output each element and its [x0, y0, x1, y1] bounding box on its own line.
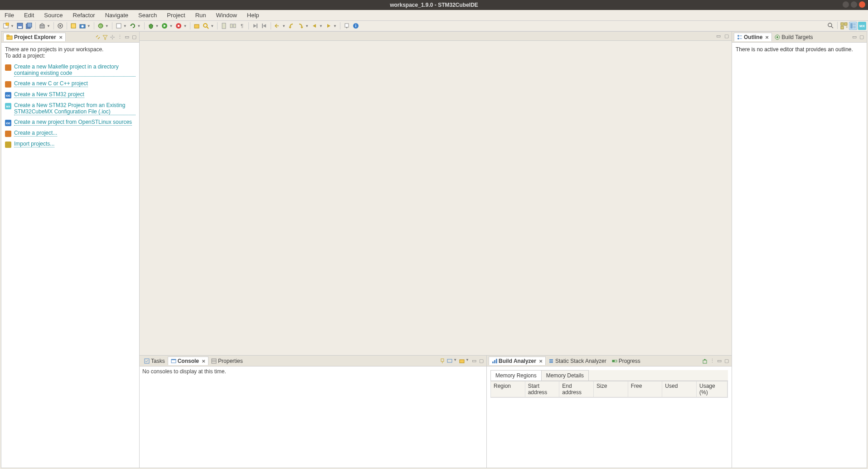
- project-link[interactable]: Create a new C or C++ project: [14, 80, 88, 87]
- toggle-block-button[interactable]: [229, 22, 237, 30]
- menu-source[interactable]: Source: [42, 11, 64, 20]
- build-targets-tab[interactable]: Build Targets: [772, 33, 815, 41]
- maximize-icon[interactable]: ▢: [478, 358, 485, 364]
- menu-edit[interactable]: Edit: [22, 11, 36, 20]
- menu-file[interactable]: File: [3, 11, 16, 20]
- open-type-button[interactable]: C: [97, 22, 105, 30]
- dropdown-icon[interactable]: ▼: [183, 24, 187, 28]
- dropdown-icon[interactable]: ▼: [87, 24, 91, 28]
- focus-icon[interactable]: [109, 34, 116, 40]
- minimize-icon[interactable]: ▭: [715, 33, 722, 39]
- build-subtab-memory-regions[interactable]: Memory Regions: [490, 370, 542, 381]
- project-link[interactable]: Create a project...: [14, 130, 57, 137]
- progress-tab[interactable]: Progress: [609, 357, 643, 365]
- menu-window[interactable]: Window: [214, 11, 239, 20]
- new-launch-button[interactable]: [115, 22, 123, 30]
- display-console-icon[interactable]: [446, 358, 453, 364]
- debug-button[interactable]: [147, 22, 155, 30]
- menu-refactor[interactable]: Refactor: [71, 11, 97, 20]
- dropdown-icon[interactable]: ▼: [282, 24, 286, 28]
- close-icon[interactable]: ✕: [765, 35, 769, 40]
- dropdown-icon[interactable]: ▼: [123, 24, 127, 28]
- toggle-whitespace-button[interactable]: ¶: [238, 22, 246, 30]
- run-button[interactable]: [160, 22, 169, 30]
- dropdown-icon[interactable]: ▼: [466, 358, 469, 364]
- menu-navigate[interactable]: Navigate: [103, 11, 130, 20]
- dropdown-icon[interactable]: ▼: [155, 24, 159, 28]
- view-menu-icon[interactable]: ⋮: [709, 358, 715, 364]
- close-icon[interactable]: ✕: [539, 359, 543, 364]
- build-column-header[interactable]: End address: [559, 381, 594, 397]
- save-all-button[interactable]: [25, 22, 33, 30]
- tasks-tab[interactable]: Tasks: [141, 357, 168, 365]
- dropdown-icon[interactable]: ▼: [105, 24, 109, 28]
- maximize-icon[interactable]: ▢: [723, 33, 730, 39]
- dropdown-icon[interactable]: ▼: [319, 24, 323, 28]
- menu-project[interactable]: Project: [165, 11, 187, 20]
- build-button[interactable]: [38, 22, 46, 30]
- external-tools-button[interactable]: [175, 22, 183, 30]
- save-button[interactable]: [16, 22, 24, 30]
- link-editor-icon[interactable]: [95, 34, 101, 40]
- c-perspective-button[interactable]: [849, 22, 857, 30]
- pin-console-icon[interactable]: [439, 358, 446, 364]
- dropdown-icon[interactable]: ▼: [305, 24, 309, 28]
- back-button[interactable]: [287, 22, 296, 30]
- minimize-icon[interactable]: ▭: [124, 34, 130, 40]
- maximize-icon[interactable]: ▢: [723, 358, 730, 364]
- dropdown-icon[interactable]: ▼: [210, 24, 214, 28]
- menu-search[interactable]: Search: [136, 11, 159, 20]
- new-class-button[interactable]: [69, 22, 78, 30]
- project-link[interactable]: Create a new Makefile project in a direc…: [14, 64, 136, 77]
- menu-run[interactable]: Run: [194, 11, 208, 20]
- nav-forward-button[interactable]: [325, 22, 333, 30]
- properties-tab[interactable]: Properties: [209, 357, 246, 365]
- search-button[interactable]: [202, 22, 210, 30]
- project-explorer-tab[interactable]: Project Explorer ✕: [3, 33, 66, 41]
- minimize-icon[interactable]: ▭: [851, 34, 858, 40]
- refresh-button[interactable]: [129, 22, 137, 30]
- dropdown-icon[interactable]: ▼: [333, 24, 337, 28]
- pin-button[interactable]: [343, 22, 351, 30]
- open-element-button[interactable]: [193, 22, 201, 30]
- access-search-button[interactable]: [827, 22, 835, 30]
- view-menu-icon[interactable]: ⋮: [116, 34, 123, 40]
- maximize-icon[interactable]: ▢: [131, 34, 137, 40]
- dropdown-icon[interactable]: ▼: [169, 24, 173, 28]
- dropdown-icon[interactable]: ▼: [137, 24, 141, 28]
- build-subtab-memory-details[interactable]: Memory Details: [541, 370, 589, 381]
- minimize-icon[interactable]: ▭: [716, 358, 723, 364]
- dropdown-icon[interactable]: ▼: [453, 358, 457, 364]
- info-button[interactable]: i: [352, 22, 360, 30]
- console-tab[interactable]: Console ✕: [168, 357, 209, 365]
- close-window-button[interactable]: [859, 1, 865, 8]
- build-column-header[interactable]: Free: [628, 381, 663, 397]
- mx-perspective-button[interactable]: MX: [858, 22, 866, 30]
- dropdown-icon[interactable]: ▼: [10, 24, 14, 28]
- last-edit-button[interactable]: [273, 22, 281, 30]
- build-analyzer-tab[interactable]: Build Analyzer ✕: [489, 357, 546, 365]
- maximize-icon[interactable]: ▢: [858, 34, 865, 40]
- static-stack-tab[interactable]: Static Stack Analyzer: [546, 357, 609, 365]
- project-link[interactable]: Create a New STM32 project: [14, 91, 84, 98]
- project-link[interactable]: Import projects...: [14, 141, 54, 147]
- debug-config-button[interactable]: [56, 22, 64, 30]
- minimize-button[interactable]: [843, 1, 849, 8]
- prev-annotation-button[interactable]: [260, 22, 268, 30]
- build-column-header[interactable]: Region: [491, 381, 525, 397]
- export-icon[interactable]: [702, 358, 708, 364]
- close-icon[interactable]: ✕: [202, 359, 205, 364]
- forward-button[interactable]: [296, 22, 305, 30]
- open-perspective-button[interactable]: +: [840, 22, 848, 30]
- build-column-header[interactable]: Usage (%): [697, 381, 727, 397]
- toggle-mark-button[interactable]: [220, 22, 228, 30]
- build-column-header[interactable]: Size: [594, 381, 628, 397]
- nav-back-button[interactable]: [310, 22, 319, 30]
- open-console-icon[interactable]: [459, 358, 465, 364]
- build-column-header[interactable]: Used: [662, 381, 697, 397]
- dropdown-icon[interactable]: ▼: [47, 24, 50, 28]
- next-annotation-button[interactable]: [251, 22, 259, 30]
- close-icon[interactable]: ✕: [59, 35, 63, 40]
- camera-button[interactable]: [78, 22, 87, 30]
- filter-icon[interactable]: [102, 34, 108, 40]
